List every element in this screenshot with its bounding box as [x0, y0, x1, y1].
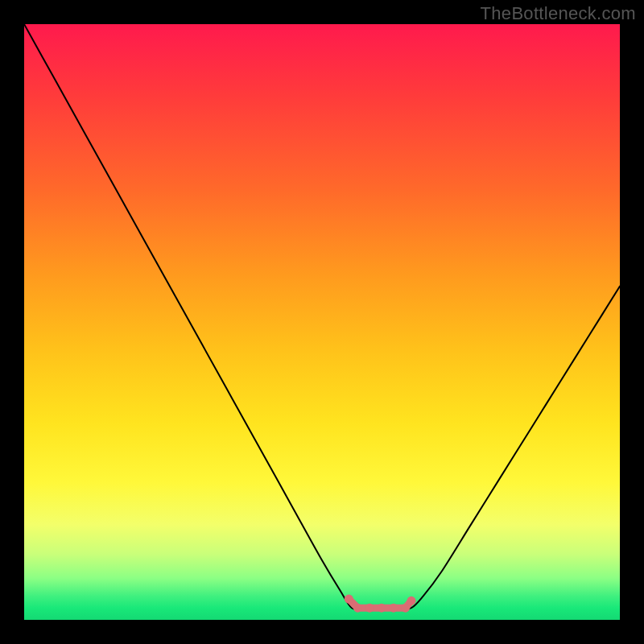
plot-area: [24, 24, 620, 620]
plateau-highlight-dot: [345, 595, 353, 604]
bottleneck-curve-path: [24, 24, 620, 609]
chart-frame: TheBottleneck.com: [0, 0, 644, 644]
plateau-highlight-dot: [353, 604, 362, 613]
plateau-highlight: [345, 595, 416, 613]
bottleneck-curve-svg: [24, 24, 620, 620]
watermark-text: TheBottleneck.com: [481, 3, 636, 24]
plateau-highlight-dot: [401, 604, 410, 613]
plateau-highlight-dot: [378, 604, 386, 613]
plateau-highlight-dot: [407, 597, 416, 605]
plateau-highlight-dot: [389, 604, 398, 613]
plateau-highlight-dot: [365, 604, 374, 613]
